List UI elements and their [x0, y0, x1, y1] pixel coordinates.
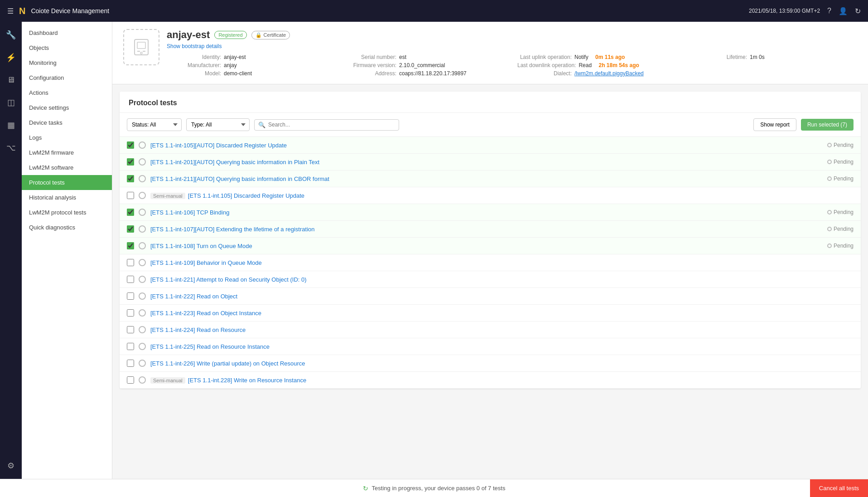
test-link[interactable]: [ETS 1.1-int-226] Write (partial update)… [150, 360, 305, 367]
nav-item-lwm2m-software[interactable]: LwM2M software [22, 160, 112, 175]
status-spinner-icon [827, 176, 832, 181]
test-link[interactable]: [ETS 1.1-int-223] Read on Object Instanc… [150, 310, 261, 317]
lifetime-value: 1m 0s [750, 54, 765, 60]
refresh-icon[interactable]: ↻ [855, 7, 861, 15]
test-link[interactable]: [ETS 1.1-int-106] TCP Binding [150, 209, 229, 216]
nav-item-monitoring[interactable]: Monitoring [22, 55, 112, 70]
test-checkbox[interactable] [127, 225, 134, 233]
test-label: Semi-manual[ETS 1.1-int.105] Discarded R… [150, 192, 854, 199]
dialect-value[interactable]: /lwm2m.default.piggyBacked [574, 70, 644, 77]
test-link[interactable]: [ETS 1.1-int-107][AUTO] Extending the li… [150, 226, 315, 233]
test-checkbox[interactable] [127, 326, 134, 333]
account-icon[interactable]: 👤 [839, 7, 848, 15]
panel-toolbar: Status: All Status: Pending Status: Pass… [120, 113, 861, 137]
sidebar-icon-chart[interactable]: ▦ [5, 117, 18, 133]
test-checkbox[interactable] [127, 209, 134, 216]
test-status-circle-icon [139, 259, 146, 266]
nav-item-objects[interactable]: Objects [22, 40, 112, 55]
manufacturer-value: anjay [224, 62, 237, 68]
identity-label: Identity: [167, 54, 221, 60]
status-filter[interactable]: Status: All Status: Pending Status: Pass… [127, 118, 182, 131]
nav-item-historical-analysis[interactable]: Historical analysis [22, 190, 112, 205]
model-label: Model: [167, 70, 221, 77]
test-label: [ETS 1.1-int-221] Attempt to Read on Sec… [150, 276, 854, 283]
test-checkbox[interactable] [127, 242, 134, 249]
test-checkbox[interactable] [127, 343, 134, 350]
status-text: Pending [834, 226, 854, 232]
test-checkbox[interactable] [127, 192, 134, 199]
nav-item-lwm2m-protocol-tests[interactable]: LwM2M protocol tests [22, 205, 112, 220]
sidebar-icon-wrench[interactable]: 🔧 [3, 27, 19, 43]
test-row: [ETS 1.1-int-221] Attempt to Read on Sec… [120, 271, 861, 288]
test-link[interactable]: [ETS 1.1-int-221] Attempt to Read on Sec… [150, 276, 307, 283]
run-selected-button[interactable]: Run selected (7) [801, 119, 854, 131]
last-uplink-time: 0m 11s ago [595, 54, 625, 60]
sidebar-icon-monitor[interactable]: 🖥 [4, 73, 18, 88]
sidebar-icon-layers[interactable]: ◫ [5, 95, 18, 110]
identity-value: anjay-est [224, 54, 246, 60]
nav-item-protocol-tests[interactable]: Protocol tests [22, 175, 112, 190]
test-checkbox[interactable] [127, 309, 134, 317]
dialect-label: Dialect: [517, 70, 572, 77]
test-checkbox[interactable] [127, 276, 134, 283]
test-link[interactable]: [ETS 1.1-int-105][AUTO] Discarded Regist… [150, 142, 287, 149]
test-status-circle-icon [139, 376, 146, 384]
menu-icon[interactable]: ☰ [7, 7, 14, 15]
test-link[interactable]: [ETS 1.1-int-225] Read on Resource Insta… [150, 343, 270, 350]
test-link[interactable]: [ETS 1.1-int-224] Read on Resource [150, 326, 246, 333]
test-status-circle-icon [139, 225, 146, 233]
show-report-button[interactable]: Show report [753, 118, 796, 131]
nav-item-dashboard[interactable]: Dashboard [22, 25, 112, 40]
nav-item-device-tasks[interactable]: Device tasks [22, 115, 112, 130]
sidebar-icon-workflow[interactable]: ⌥ [4, 140, 19, 156]
test-link[interactable]: [ETS 1.1-int.228] Write on Resource Inst… [188, 377, 306, 384]
test-link[interactable]: [ETS 1.1-int-201][AUTO] Querying basic i… [150, 159, 319, 166]
nav-item-lwm2m-firmware[interactable]: LwM2M firmware [22, 145, 112, 160]
test-label: [ETS 1.1-int-201][AUTO] Querying basic i… [150, 159, 823, 166]
nav-item-device-settings[interactable]: Device settings [22, 100, 112, 115]
test-checkbox[interactable] [127, 141, 134, 149]
test-link[interactable]: [ETS 1.1-int.105] Discarded Register Upd… [188, 192, 304, 199]
test-checkbox[interactable] [127, 158, 134, 166]
meta-identity: Identity: anjay-est [167, 54, 331, 60]
test-row: [ETS 1.1-int-222] Read on Object [120, 288, 861, 305]
help-icon[interactable]: ? [827, 7, 831, 15]
protocol-tests-panel: Protocol tests Status: All Status: Pendi… [120, 92, 861, 389]
test-link[interactable]: [ETS 1.1-int-222] Read on Object [150, 293, 237, 300]
test-status-circle-icon [139, 276, 146, 283]
test-row: [ETS 1.1-int-107][AUTO] Extending the li… [120, 221, 861, 238]
status-badge: Pending [827, 159, 854, 165]
test-label: [ETS 1.1-int-106] TCP Binding [150, 209, 823, 216]
search-icon: 🔍 [258, 122, 265, 128]
sidebar-icon-flash[interactable]: ⚡ [3, 50, 19, 65]
nav-item-configuration[interactable]: Configuration [22, 70, 112, 85]
test-link[interactable]: [ETS 1.1-int-211][AUTO] Querying basic i… [150, 175, 329, 182]
test-status-circle-icon [139, 209, 146, 216]
status-badge: Pending [827, 226, 854, 232]
bootstrap-link[interactable]: Show bootstrap details [167, 43, 222, 49]
nav-item-logs[interactable]: Logs [22, 130, 112, 145]
test-checkbox[interactable] [127, 376, 134, 384]
topnav: ☰ N Coiote Device Management 2021/05/18,… [0, 0, 868, 22]
test-checkbox[interactable] [127, 360, 134, 367]
nav-item-actions[interactable]: Actions [22, 85, 112, 100]
test-checkbox[interactable] [127, 259, 134, 266]
search-input[interactable] [268, 122, 395, 128]
test-checkbox[interactable] [127, 292, 134, 300]
lock-icon: 🔒 [256, 32, 262, 38]
test-checkbox[interactable] [127, 175, 134, 182]
status-text: Pending [834, 159, 854, 165]
test-link[interactable]: [ETS 1.1-int-109] Behavior in Queue Mode [150, 259, 262, 266]
device-meta: Identity: anjay-est Serial number: est L… [167, 54, 857, 77]
device-name: anjay-est [167, 29, 210, 41]
status-badge: Pending [827, 243, 854, 249]
nav-item-quick-diagnostics[interactable]: Quick diagnostics [22, 220, 112, 235]
test-link[interactable]: [ETS 1.1-int-108] Turn on Queue Mode [150, 243, 252, 249]
semi-manual-tag: Semi-manual [150, 377, 185, 384]
search-box: 🔍 [254, 119, 399, 131]
svg-rect-0 [135, 39, 148, 55]
status-text: Pending [834, 243, 854, 249]
type-filter[interactable]: Type: All Type: AUTO Type: Semi-manual [186, 118, 250, 131]
test-row: [ETS 1.1-int-108] Turn on Queue Mode Pen… [120, 238, 861, 254]
sidebar-icon-settings[interactable]: ⚙ [5, 458, 17, 473]
